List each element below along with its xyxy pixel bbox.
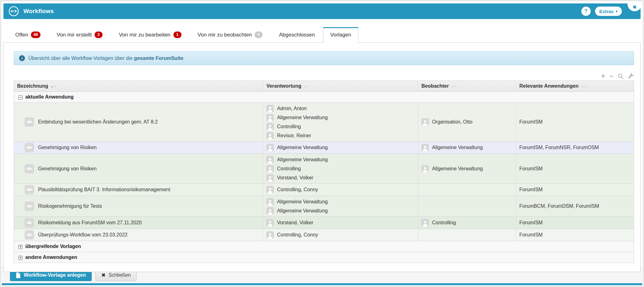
person-name: Controlling (277, 124, 301, 129)
tab-panel-vorlagen: i Übersicht über alle Workflow-Vorlagen … (3, 42, 641, 272)
tab-label: Offen (15, 32, 28, 38)
template-row[interactable]: Einbindung bei wesentlichen Änderungen g… (14, 103, 634, 142)
question-icon: ? (584, 8, 588, 14)
verantwortung-cell: Allgemeine VerwaltungControllingVorstand… (263, 154, 418, 184)
template-name: Einbindung bei wesentlichen Änderungen g… (38, 119, 158, 125)
sort-icons: ▲▼ (581, 85, 587, 88)
template-name: Plausibilitätsprüfung BAIT 3. Informatio… (38, 187, 170, 192)
person-item: Allgemeine Verwaltung (421, 143, 513, 152)
person-name: Allgemeine Verwaltung (277, 145, 328, 150)
sort-desc-icon: ▼ (454, 85, 458, 88)
table-toolbar: + − (14, 73, 634, 80)
relevante-anwendungen-cell: ForumBCM, ForumDSM, ForumISM (516, 196, 634, 217)
template-name: Risikogenehmigung für Tests (38, 203, 102, 209)
sort-asc-icon: ▲ (51, 85, 54, 88)
template-row[interactable]: Überprüfungs-Workflow vom 23.03.2022Cont… (14, 229, 634, 241)
tab-count-badge: 46 (31, 32, 40, 38)
person-item: Controlling, Conny (266, 185, 415, 194)
column-header-beobachter[interactable]: Beobachter▲▼ (418, 81, 516, 92)
column-label: Verantwortung (266, 83, 301, 89)
person-icon (266, 114, 274, 121)
bezeichnung-cell: Überprüfungs-Workflow vom 23.03.2022 (14, 229, 263, 241)
tab-vorlagen[interactable]: Vorlagen (323, 27, 358, 43)
group-cell: −aktuelle Anwendung (14, 92, 634, 103)
person-icon (266, 105, 274, 112)
person-item: Controlling, Conny (266, 231, 415, 240)
person-icon (421, 165, 429, 173)
info-banner-text: Übersicht über alle Workflow-Vorlagen üb… (28, 56, 183, 61)
wrench-icon[interactable] (628, 73, 634, 79)
column-header-relevante-anwendungen[interactable]: Relevante Anwendungen▲▼ (516, 81, 634, 92)
column-label: Relevante Anwendungen (519, 83, 579, 89)
tab-von-mir-zu-bearbeiten[interactable]: Von mir zu bearbeiten1 (111, 27, 189, 42)
person-icon (266, 231, 274, 239)
search-icon[interactable] (617, 73, 624, 79)
beobachter-cell (418, 196, 516, 217)
bezeichnung-cell: Risikogenehmigung für Tests (14, 196, 263, 217)
tab-von-mir-zu-beobachten[interactable]: Von mir zu beobachten0 (190, 27, 271, 42)
bezeichnung-cell: Risikomeldung aus ForumISM vom 27.11.202… (14, 217, 263, 229)
tab-label: Vorlagen (330, 32, 351, 38)
workflow-eye-icon (25, 164, 34, 173)
person-item: Vorstand, Volker (266, 218, 415, 227)
group-row-andere-anwendungen[interactable]: +andere Anwendungen (14, 252, 634, 263)
group-row-aktuelle-anwendung[interactable]: −aktuelle Anwendung (14, 92, 634, 103)
template-name: Genehmigung von Risiken (38, 166, 97, 172)
person-name: Allgemeine Verwaltung (277, 199, 328, 205)
tab-abgeschlossen[interactable]: Abgeschlossen (271, 27, 323, 42)
template-row[interactable]: Genehmigung von RisikenAllgemeine Verwal… (14, 154, 634, 184)
template-row[interactable]: Risikomeldung aus ForumISM vom 27.11.202… (14, 217, 634, 229)
person-name: Controlling (277, 166, 301, 172)
person-item: Allgemeine Verwaltung (266, 113, 415, 122)
tab-label: Von mir zu bearbeiten (119, 32, 170, 38)
template-name: Risikomeldung aus ForumISM vom 27.11.202… (38, 220, 142, 226)
expand-icon: + (18, 245, 22, 249)
plus-icon[interactable]: + (601, 73, 605, 79)
template-row[interactable]: Risikogenehmigung für TestsAllgemeine Ve… (14, 196, 634, 217)
person-item: Allgemeine Verwaltung (266, 143, 415, 152)
group-cell: +übergreifende Vorlagen (14, 241, 634, 252)
person-icon (266, 132, 274, 139)
person-icon (421, 219, 429, 226)
column-header-bezeichnung[interactable]: Bezeichnung▲▼ (14, 81, 263, 92)
workflow-eye-icon (25, 143, 34, 152)
tab-label: Von mir erstellt (57, 32, 92, 38)
expand-icon: + (18, 256, 22, 260)
workflow-eye-icon (25, 202, 34, 211)
workflows-eye-icon (8, 6, 19, 17)
person-item: Allgemeine Verwaltung (266, 206, 415, 215)
close-icon: ✖ (633, 5, 637, 9)
workflow-eye-icon (25, 218, 34, 227)
sort-desc-icon: ▼ (307, 85, 310, 88)
relevante-anwendungen-cell: ForumISM (516, 103, 634, 142)
group-row-bergreifende-vorlagen[interactable]: +übergreifende Vorlagen (14, 241, 634, 252)
x-icon: ✖ (101, 272, 105, 278)
minus-icon[interactable]: − (609, 73, 613, 79)
beobachter-cell (418, 229, 516, 241)
template-row[interactable]: Plausibilitätsprüfung BAIT 3. Informatio… (14, 184, 634, 196)
person-icon (266, 198, 274, 206)
sort-asc-icon: ▲ (451, 85, 454, 88)
person-icon (266, 207, 274, 215)
window-bottom-accent (2, 283, 642, 285)
extras-button[interactable]: Extras ▾ (595, 7, 622, 16)
person-name: Controlling, Conny (277, 187, 318, 192)
relevante-anwendungen-cell: ForumISM (516, 184, 634, 196)
person-icon (266, 156, 274, 163)
tab-von-mir-erstellt[interactable]: Von mir erstellt2 (49, 27, 111, 42)
tab-label: Von mir zu beobachten (198, 32, 252, 38)
sort-asc-icon: ▲ (581, 85, 584, 88)
person-item: Controlling (266, 122, 415, 131)
info-banner: i Übersicht über alle Workflow-Vorlagen … (14, 51, 634, 65)
tab-count-badge: 0 (254, 32, 263, 38)
bezeichnung-cell: Genehmigung von Risiken (14, 142, 263, 154)
tab-offen[interactable]: Offen46 (7, 27, 49, 42)
person-name: Allgemeine Verwaltung (277, 115, 328, 120)
table-body: −aktuelle AnwendungEinbindung bei wesent… (14, 92, 634, 263)
template-row[interactable]: Genehmigung von RisikenAllgemeine Verwal… (14, 142, 634, 154)
help-button[interactable]: ? (581, 7, 591, 16)
relevante-anwendungen-cell: ForumISM (516, 154, 634, 184)
relevante-anwendungen-cell: ForumISM, ForumNSR, ForumOSM (516, 142, 634, 154)
column-header-verantwortung[interactable]: Verantwortung▲▼ (263, 81, 418, 92)
beobachter-cell (418, 184, 516, 196)
